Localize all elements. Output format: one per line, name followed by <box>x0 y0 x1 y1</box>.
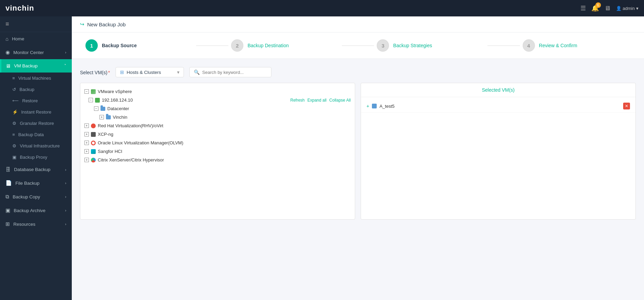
sangfor-icon <box>91 149 96 154</box>
step-circle-3: 3 <box>377 39 389 52</box>
remove-vm-button[interactable]: ✕ <box>623 103 630 109</box>
sidebar-item-resources[interactable]: ⊞ Resources › <box>0 217 72 231</box>
tree-node-xcp[interactable]: + XCP-ng <box>80 130 355 139</box>
sidebar-label-file-backup: File Backup <box>15 181 40 186</box>
step-circle-2: 2 <box>231 39 243 52</box>
datacenter-label: Datacenter <box>107 106 351 111</box>
selected-vms-body: + A_test5 ✕ <box>361 97 635 115</box>
vinchin-folder-icon <box>106 115 111 119</box>
monitor-icon[interactable]: 🖥 <box>604 5 611 12</box>
tree-node-vinchin[interactable]: + Vinchin <box>80 113 355 121</box>
search-input[interactable] <box>202 70 267 75</box>
sidebar-item-backup-archive[interactable]: ▣ Backup Archive › <box>0 204 72 217</box>
vmware-vsphere-icon <box>91 89 96 94</box>
step-circle-4: 4 <box>523 39 535 52</box>
home-icon: ⌂ <box>5 36 9 42</box>
step-circle-1: 1 <box>85 39 98 52</box>
wizard-steps: 1 Backup Source 2 Backup Destination 3 B… <box>72 32 644 59</box>
citrix-expand-icon: + <box>84 158 89 162</box>
sidebar: ≡ ⌂ Home ◉ Monitor Center › 🖥 VM Backup … <box>0 16 72 300</box>
breadcrumb-icon: ↪ <box>80 21 84 27</box>
rhv-expand-icon: + <box>84 123 89 128</box>
xcp-icon <box>91 132 96 137</box>
tree-actions: Refresh Expand all Collapse All <box>290 98 351 103</box>
chevron-right-icon-archive: › <box>65 208 66 212</box>
notifications-icon[interactable]: 🔔 6 <box>591 4 599 12</box>
chevron-right-icon: › <box>65 50 66 54</box>
sidebar-item-granular-restore[interactable]: ⚙ Granular Restore <box>0 118 72 129</box>
vinchin-expand-icon: + <box>99 115 104 119</box>
copy-icon: ⧉ <box>5 194 9 200</box>
sidebar-item-database-backup[interactable]: 🗄 Database Backup › <box>0 163 72 176</box>
add-vm-icon[interactable]: + <box>366 103 369 109</box>
sidebar-toggle[interactable]: ≡ <box>0 16 72 32</box>
olvm-expand-icon: + <box>84 141 89 145</box>
tree-node-sangfor[interactable]: + Sangfor HCI <box>80 147 355 156</box>
logo: vinchin <box>5 4 34 13</box>
step-label-1: Backup Source <box>102 43 137 48</box>
dropdown-label: Hosts & Clusters <box>127 70 161 75</box>
sidebar-item-backup-copy[interactable]: ⧉ Backup Copy › <box>0 190 72 204</box>
sidebar-label-database-backup: Database Backup <box>14 167 51 172</box>
sangfor-label: Sangfor HCI <box>98 149 351 154</box>
sidebar-item-file-backup[interactable]: 📄 File Backup › <box>0 176 72 190</box>
sidebar-item-monitor[interactable]: ◉ Monitor Center › <box>0 45 72 59</box>
server-icon <box>95 98 100 103</box>
sidebar-item-backup-proxy[interactable]: ▣ Backup Proxy <box>0 152 72 163</box>
hosts-clusters-dropdown[interactable]: ⊞ Hosts & Clusters ▾ <box>116 67 184 77</box>
sidebar-item-virtual-infra[interactable]: ⚙ Virtual Infrastructure <box>0 140 72 152</box>
menu-icon[interactable]: ☰ <box>580 4 586 12</box>
sidebar-item-vmbackup[interactable]: 🖥 VM Backup ˅ <box>0 59 72 73</box>
grid-icon: ⊞ <box>120 69 124 75</box>
select-vm-row: Select VM(s)* ⊞ Hosts & Clusters ▾ 🔍 <box>80 67 636 77</box>
tree-node-datacenter[interactable]: − Datacenter <box>80 104 355 113</box>
sidebar-label-backup-proxy: Backup Proxy <box>20 155 47 160</box>
backup-proxy-icon: ▣ <box>12 155 16 160</box>
page-header: ↪ New Backup Job <box>72 16 644 32</box>
chevron-right-icon-copy: › <box>65 195 66 199</box>
step-label-4: Review & Confirm <box>539 43 577 48</box>
sidebar-item-backup[interactable]: ↺ Backup <box>0 84 72 95</box>
vm-type-icon <box>372 104 377 108</box>
chevron-down-icon: ˅ <box>64 64 66 68</box>
sangfor-expand-icon: + <box>84 149 89 154</box>
tree-node-vmware[interactable]: − VMware vSphere <box>80 87 355 96</box>
dropdown-arrow-icon: ▾ <box>177 69 179 75</box>
notification-badge: 6 <box>595 2 601 8</box>
logo-second: chin <box>17 4 34 12</box>
citrix-label: Citrix XenServer/Citrix Hypervisor <box>98 157 351 162</box>
wizard-step-3[interactable]: 3 Backup Strategies <box>377 39 485 52</box>
step-connector-2 <box>342 45 374 46</box>
main-content: ↪ New Backup Job 1 Backup Source 2 Backu… <box>72 16 644 300</box>
wizard-step-2[interactable]: 2 Backup Destination <box>231 39 339 52</box>
restore-icon: ⟵ <box>12 98 19 103</box>
app-body: ≡ ⌂ Home ◉ Monitor Center › 🖥 VM Backup … <box>0 16 644 300</box>
xcp-label: XCP-ng <box>98 132 351 137</box>
wizard-step-4[interactable]: 4 Review & Confirm <box>523 39 631 52</box>
tree-node-ip[interactable]: − 192.168.124.10 Refresh Expand all Coll… <box>80 96 355 104</box>
search-icon: 🔍 <box>194 69 200 75</box>
vmbackup-icon: 🖥 <box>5 63 11 69</box>
rhv-label: Red Hat Virtualization(RHV)/oVirt <box>98 123 351 128</box>
selected-vms-panel: Selected VM(s) + A_test5 ✕ <box>361 83 636 220</box>
monitor-center-icon: ◉ <box>5 49 10 55</box>
sidebar-item-restore[interactable]: ⟵ Restore <box>0 95 72 106</box>
tree-node-olvm[interactable]: + Oracle Linux Virtualization Manager(OL… <box>80 139 355 147</box>
step-connector-1 <box>196 45 229 46</box>
sidebar-item-backup-data[interactable]: ≡ Backup Data <box>0 129 72 140</box>
tree-node-rhv[interactable]: + Red Hat Virtualization(RHV)/oVirt <box>80 121 355 130</box>
sidebar-item-home[interactable]: ⌂ Home <box>0 32 72 45</box>
collapse-all-action[interactable]: Collapse All <box>329 98 351 103</box>
expand-all-action[interactable]: Expand all <box>307 98 326 103</box>
refresh-action[interactable]: Refresh <box>290 98 305 103</box>
step-label-3: Backup Strategies <box>393 43 432 48</box>
vinchin-label: Vinchin <box>113 115 351 120</box>
instant-restore-icon: ⚡ <box>12 109 18 115</box>
tree-node-citrix[interactable]: + Citrix XenServer/Citrix Hypervisor <box>80 156 355 164</box>
sidebar-label-vmbackup: VM Backup <box>14 63 38 68</box>
sidebar-label-restore: Restore <box>22 98 38 103</box>
step-label-2: Backup Destination <box>247 43 289 48</box>
sidebar-item-instant-restore[interactable]: ⚡ Instant Restore <box>0 106 72 118</box>
sidebar-label-granular-restore: Granular Restore <box>20 121 54 126</box>
sidebar-item-virtual-machines[interactable]: ≡ Virtual Machines <box>0 73 72 84</box>
